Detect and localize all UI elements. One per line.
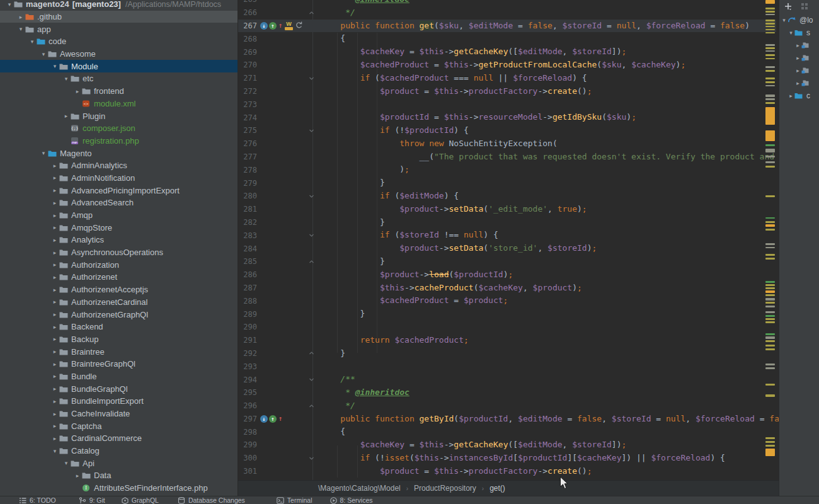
- stripe-mark-olive[interactable]: [765, 32, 775, 33]
- line-number[interactable]: 297: [238, 415, 258, 423]
- code-line[interactable]: 300 if (!isset($this->instancesById[$pro…: [238, 452, 776, 465]
- line-number[interactable]: 272: [238, 87, 258, 96]
- chevron-down-icon[interactable]: ▾: [16, 26, 25, 32]
- chevron-down-icon[interactable]: ▾: [62, 460, 71, 466]
- code-line[interactable]: 296 */: [238, 399, 776, 413]
- stripe-mark-olive[interactable]: [765, 195, 775, 197]
- chevron-down-icon[interactable]: ▾: [39, 51, 48, 57]
- stripe-mark-gray[interactable]: [765, 94, 775, 97]
- chevron-down-icon[interactable]: ▾: [62, 76, 71, 82]
- status-item-graphql[interactable]: GraphQL: [122, 496, 159, 504]
- fold-marker[interactable]: [307, 455, 316, 461]
- tree-item-bundlegraphql[interactable]: ▸BundleGraphQl: [0, 382, 238, 395]
- stripe-mark-gray[interactable]: [765, 161, 775, 163]
- stripe-mark-olive[interactable]: [765, 345, 775, 346]
- chevron-down-icon[interactable]: ▾: [39, 150, 48, 156]
- code-line[interactable]: 292 }: [238, 347, 776, 360]
- stripe-mark-olive[interactable]: [765, 318, 775, 320]
- grid-icon[interactable]: [801, 1, 808, 13]
- stripe-mark-olive[interactable]: [765, 23, 775, 25]
- code-line[interactable]: 281 $product->setData('_edit_mode', true…: [238, 203, 776, 216]
- chevron-right-icon[interactable]: ▸: [794, 80, 801, 86]
- stripe-mark-olive[interactable]: [765, 340, 775, 342]
- chevron-right-icon[interactable]: ▸: [794, 55, 801, 61]
- stripe-mark-olive[interactable]: [765, 81, 775, 83]
- chevron-right-icon[interactable]: ▸: [62, 113, 71, 119]
- line-number[interactable]: 296: [238, 401, 258, 410]
- line-number[interactable]: 298: [238, 428, 258, 437]
- code-line[interactable]: 291 return $cachedProduct;: [238, 334, 776, 347]
- tree-item-bundleimportexport[interactable]: ▸BundleImportExport: [0, 395, 238, 408]
- line-number[interactable]: 290: [238, 323, 258, 331]
- recursive-call-icon[interactable]: [295, 20, 302, 32]
- tree-item-cacheinvalidate[interactable]: ▸CacheInvalidate: [0, 408, 238, 420]
- stripe-mark-olive[interactable]: [765, 302, 775, 304]
- stripe-mark-olive[interactable]: [765, 229, 775, 231]
- stripe-mark-orange[interactable]: [765, 107, 775, 125]
- fold-marker[interactable]: [307, 10, 316, 16]
- code-line[interactable]: 284 $product->setData('store_id', $store…: [238, 242, 776, 255]
- tree-item-app[interactable]: ▾app: [0, 23, 238, 35]
- chevron-right-icon[interactable]: ▸: [50, 237, 59, 243]
- code-line[interactable]: 275 if (!$productId) {: [238, 124, 776, 137]
- code-line[interactable]: 285 }: [238, 255, 776, 268]
- stripe-mark-gray[interactable]: [765, 243, 775, 245]
- line-number[interactable]: 294: [238, 375, 258, 384]
- stripe-mark-olive[interactable]: [765, 221, 775, 223]
- status-item-database[interactable]: Database Changes: [178, 496, 245, 504]
- stripe-mark-olive[interactable]: [765, 8, 775, 9]
- stripe-mark-green[interactable]: [765, 315, 775, 317]
- chevron-right-icon[interactable]: ▸: [50, 348, 59, 355]
- code-line[interactable]: 282 }: [238, 216, 776, 229]
- fold-marker[interactable]: [307, 403, 316, 409]
- stripe-mark-olive[interactable]: [765, 26, 775, 27]
- remote-tree-item-1[interactable]: ▾s: [779, 26, 819, 39]
- tree-item-asynchronousoperations[interactable]: ▸AsynchronousOperations: [0, 246, 238, 259]
- stripe-mark-olive[interactable]: [765, 284, 775, 286]
- remote-tree-item-6[interactable]: ▸c: [779, 89, 819, 102]
- chevron-down-icon[interactable]: ▾: [781, 17, 788, 23]
- stripe-mark-gray[interactable]: [765, 311, 775, 313]
- code-line[interactable]: 271 if ($cachedProduct === null || $forc…: [238, 72, 776, 85]
- line-number[interactable]: 288: [238, 297, 258, 306]
- line-number[interactable]: 285: [238, 257, 258, 266]
- tree-item-api[interactable]: ▾Api: [0, 457, 238, 469]
- code-line[interactable]: 279 }: [238, 176, 776, 190]
- code-line[interactable]: 273: [238, 98, 776, 111]
- stripe-mark-orange[interactable]: [765, 449, 775, 456]
- tree-item-awesome[interactable]: ▾Awesome: [0, 48, 238, 60]
- code-line[interactable]: 272 $product = $this->productFactory->cr…: [238, 85, 776, 98]
- stripe-mark-olive[interactable]: [765, 258, 775, 260]
- tree-item-authorizenetacceptjs[interactable]: ▸AuthorizenetAcceptjs: [0, 284, 238, 296]
- stripe-mark-green[interactable]: [765, 144, 775, 146]
- chevron-down-icon[interactable]: ▾: [28, 38, 37, 45]
- tree-item-registration-php[interactable]: PHPregistration.php: [0, 135, 238, 147]
- tree-item-advancedpricingimportexport[interactable]: ▸AdvancedPricingImportExport: [0, 184, 238, 197]
- stripe-mark-olive[interactable]: [765, 394, 775, 397]
- tree-item-magento[interactable]: ▾Magento: [0, 147, 238, 159]
- tree-item-project-root[interactable]: ▾magento24[magento23]/Applications/MAMP/…: [0, 0, 238, 11]
- override-marker-icon[interactable]: ↑: [278, 22, 283, 30]
- chevron-right-icon[interactable]: ▸: [50, 249, 59, 256]
- line-number[interactable]: 283: [238, 231, 258, 240]
- tree-item-authorizenet[interactable]: ▸Authorizenet: [0, 271, 238, 284]
- stripe-mark-orange[interactable]: [765, 224, 775, 227]
- tree-item-attributesetfinderinterface-php[interactable]: IAttributeSetFinderInterface.php: [0, 482, 238, 495]
- remote-tree-item-5[interactable]: ▸: [779, 77, 819, 89]
- status-item-todo[interactable]: 6: TODO: [19, 496, 56, 504]
- line-number[interactable]: 300: [238, 454, 258, 462]
- tree-item-amqp[interactable]: ▸Amqp: [0, 209, 238, 222]
- chevron-down-icon[interactable]: ▾: [50, 63, 59, 69]
- chevron-right-icon[interactable]: ▸: [794, 42, 801, 49]
- chevron-right-icon[interactable]: ▸: [50, 200, 59, 206]
- status-item-terminal[interactable]: Terminal: [277, 496, 312, 504]
- chevron-right-icon[interactable]: ▸: [50, 411, 59, 417]
- line-number[interactable]: 271: [238, 74, 258, 83]
- stripe-mark-olive[interactable]: [765, 47, 775, 49]
- chevron-right-icon[interactable]: ▸: [50, 212, 59, 219]
- chevron-right-icon[interactable]: ▸: [50, 361, 59, 367]
- line-number[interactable]: 295: [238, 388, 258, 397]
- code-line[interactable]: 289 }: [238, 307, 776, 321]
- code-line[interactable]: 269 $cacheKey = $this->getCacheKey([$edi…: [238, 45, 776, 59]
- stripe-mark-olive[interactable]: [765, 54, 775, 56]
